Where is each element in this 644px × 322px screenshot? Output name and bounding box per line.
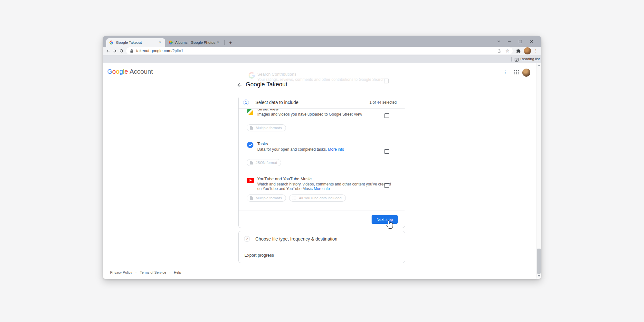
apps-grid-icon[interactable] <box>514 70 519 76</box>
checkbox-tasks[interactable] <box>384 149 389 154</box>
logo-letter: o <box>112 68 116 75</box>
item-description: Watch and search history, videos, commen… <box>257 182 394 191</box>
divider <box>239 211 405 211</box>
tab-title: Albums - Google Photos <box>175 41 215 44</box>
step2-row[interactable]: 2 Choose file type, frequency & destinat… <box>239 231 405 247</box>
item-title: Tasks <box>257 141 268 146</box>
chip-row: Multiple formats <box>247 124 286 131</box>
step2-title: Choose file type, frequency & destinatio… <box>255 236 337 242</box>
tab-google-photos[interactable]: Albums - Google Photos × <box>166 38 223 47</box>
tab-strip: Google Takeout × Albums - Google Photos … <box>103 36 541 47</box>
checkbox-youtube[interactable] <box>384 183 389 188</box>
share-icon[interactable] <box>497 49 501 53</box>
step1-number: 1 <box>243 99 249 105</box>
logo-letter: o <box>116 68 119 75</box>
more-info-link[interactable]: More info <box>314 186 330 191</box>
reading-list-button[interactable]: Reading list <box>520 57 540 61</box>
page-scrollbar[interactable] <box>536 63 541 279</box>
url-host: takeout.google.com <box>136 49 171 53</box>
takeout-page: Google Account ⋮ Search Contributions <box>103 63 541 279</box>
close-tab-icon[interactable]: × <box>157 40 163 45</box>
account-logo-suffix: Account <box>130 68 153 75</box>
desktop-background: Google Takeout × Albums - Google Photos … <box>0 0 644 322</box>
new-tab-button[interactable]: + <box>227 39 234 46</box>
youtube-icon <box>247 178 254 183</box>
item-description: Images and videos you have uploaded to G… <box>257 112 394 117</box>
tab-google-takeout[interactable]: Google Takeout × <box>106 38 165 47</box>
step1-header: 1 Select data to include 1 of 44 selecte… <box>239 96 405 109</box>
window-controls <box>493 36 537 47</box>
url-text: takeout.google.com/?pli=1 <box>136 49 493 53</box>
tab-separator <box>224 40 225 45</box>
terms-of-service-link[interactable]: Terms of Service <box>140 270 166 274</box>
scrollbar-up-arrow[interactable] <box>538 65 540 66</box>
extensions-icon[interactable] <box>516 49 521 54</box>
export-progress-row: Export progress <box>244 247 274 263</box>
file-icon <box>250 196 253 200</box>
logo-letter: g <box>119 68 123 75</box>
item-description: Data for your open and completed tasks. … <box>257 147 394 152</box>
format-chip[interactable]: Multiple formats <box>247 124 286 131</box>
close-tab-icon[interactable]: × <box>215 40 221 45</box>
format-chip[interactable]: Multiple formats <box>247 194 286 202</box>
privacy-policy-link[interactable]: Privacy Policy <box>110 270 132 274</box>
more-info-link[interactable]: More info <box>328 147 344 152</box>
scrollbar-thumb[interactable] <box>537 249 541 274</box>
back-arrow-icon[interactable] <box>236 82 243 89</box>
google-photos-icon <box>169 41 173 44</box>
maximize-icon[interactable] <box>515 36 526 47</box>
footer-separator: · <box>135 270 137 274</box>
browser-menu-icon[interactable]: ⋮ <box>533 47 539 55</box>
cursor-pointer-icon <box>385 220 394 229</box>
data-included-chip[interactable]: All YouTube data included <box>289 194 346 202</box>
faded-google-g-icon <box>249 72 255 79</box>
reload-icon[interactable] <box>118 47 125 55</box>
logo-letter: e <box>124 68 128 75</box>
separator <box>511 57 512 62</box>
chip-row: JSON format <box>247 159 281 166</box>
bookmarks-bar: Reading list <box>103 55 541 63</box>
faded-item-title: Search Contributions <box>257 72 296 77</box>
street-view-icon <box>247 109 253 115</box>
chevron-down-icon[interactable] <box>493 36 504 47</box>
google-account-logo: Google Account <box>107 68 153 75</box>
forward-nav-icon[interactable] <box>111 47 118 55</box>
file-icon <box>250 161 253 165</box>
bookmark-star-icon[interactable]: ☆ <box>505 48 509 53</box>
select-data-card: 1 Select data to include 1 of 44 selecte… <box>238 96 405 228</box>
divider <box>247 171 397 171</box>
url-bar[interactable]: takeout.google.com/?pli=1 ☆ <box>126 47 513 54</box>
page-title: Google Takeout <box>246 81 287 88</box>
reading-list-icon <box>515 57 519 63</box>
selected-count: 1 of 44 selected <box>369 100 397 105</box>
page-footer: Privacy Policy · Terms of Service · Help <box>110 270 181 274</box>
chip-row: Multiple formats All YouTube data includ… <box>247 194 346 202</box>
step1-title: Select data to include <box>255 100 369 105</box>
divider <box>247 137 397 137</box>
browser-profile-avatar[interactable] <box>524 47 531 54</box>
file-icon <box>250 126 253 130</box>
item-title: YouTube and YouTube Music <box>257 176 311 181</box>
account-menu-icon[interactable]: ⋮ <box>502 68 508 76</box>
tab-title: Google Takeout <box>116 41 157 44</box>
step2-number: 2 <box>244 236 250 242</box>
format-chip[interactable]: JSON format <box>247 159 281 166</box>
next-steps-card: 2 Choose file type, frequency & destinat… <box>238 231 405 263</box>
tasks-icon <box>247 142 253 148</box>
item-title-clipped: Street View <box>257 109 279 111</box>
close-window-icon[interactable] <box>526 36 537 47</box>
footer-separator: · <box>169 270 171 274</box>
minimize-icon[interactable] <box>504 36 515 47</box>
lock-icon <box>130 49 133 53</box>
back-nav-icon[interactable] <box>104 47 111 55</box>
faded-checkbox <box>384 79 389 83</box>
list-icon <box>292 196 296 200</box>
account-profile-avatar[interactable] <box>522 69 530 77</box>
browser-toolbar: takeout.google.com/?pli=1 ☆ ⋮ <box>103 47 541 55</box>
logo-letter: G <box>107 68 112 75</box>
scrollbar-down-arrow[interactable] <box>538 275 540 277</box>
browser-window: Google Takeout × Albums - Google Photos … <box>103 36 541 279</box>
checkbox-street-view[interactable] <box>384 113 389 118</box>
help-link[interactable]: Help <box>174 270 181 274</box>
google-g-icon <box>109 41 113 44</box>
